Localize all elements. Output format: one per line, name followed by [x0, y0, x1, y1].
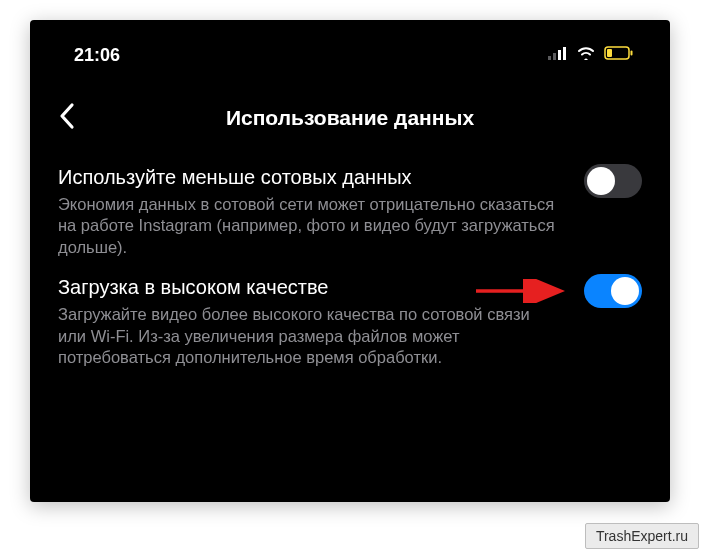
setting-text: Загрузка в высоком качестве Загружайте в…: [58, 274, 560, 368]
svg-rect-6: [631, 51, 633, 56]
status-icons: [548, 46, 642, 64]
setting-description: Загружайте видео более высокого качества…: [58, 304, 560, 368]
battery-icon: [604, 46, 634, 64]
setting-high-quality-upload: Загрузка в высоком качестве Загружайте в…: [58, 274, 642, 368]
page-title: Использование данных: [58, 106, 642, 130]
back-button[interactable]: [58, 102, 76, 134]
toggle-knob: [587, 167, 615, 195]
chevron-left-icon: [58, 102, 76, 130]
setting-description: Экономия данных в сотовой сети может отр…: [58, 194, 560, 258]
cellular-icon: [548, 46, 568, 64]
status-time: 21:06: [58, 45, 120, 66]
setting-title: Загрузка в высоком качестве: [58, 274, 560, 300]
setting-use-less-data: Используйте меньше сотовых данных Эконом…: [58, 164, 642, 258]
status-bar: 21:06: [58, 38, 642, 72]
toggle-use-less-data[interactable]: [584, 164, 642, 198]
svg-rect-0: [548, 56, 551, 60]
watermark: TrashExpert.ru: [585, 523, 699, 549]
setting-title: Используйте меньше сотовых данных: [58, 164, 560, 190]
svg-rect-5: [607, 49, 612, 57]
setting-text: Используйте меньше сотовых данных Эконом…: [58, 164, 560, 258]
nav-header: Использование данных: [58, 100, 642, 136]
svg-rect-3: [563, 47, 566, 60]
toggle-knob: [611, 277, 639, 305]
phone-screen: 21:06: [30, 20, 670, 502]
svg-rect-1: [553, 53, 556, 60]
svg-rect-2: [558, 50, 561, 60]
settings-list: Используйте меньше сотовых данных Эконом…: [58, 164, 642, 369]
wifi-icon: [576, 46, 596, 64]
toggle-high-quality-upload[interactable]: [584, 274, 642, 308]
